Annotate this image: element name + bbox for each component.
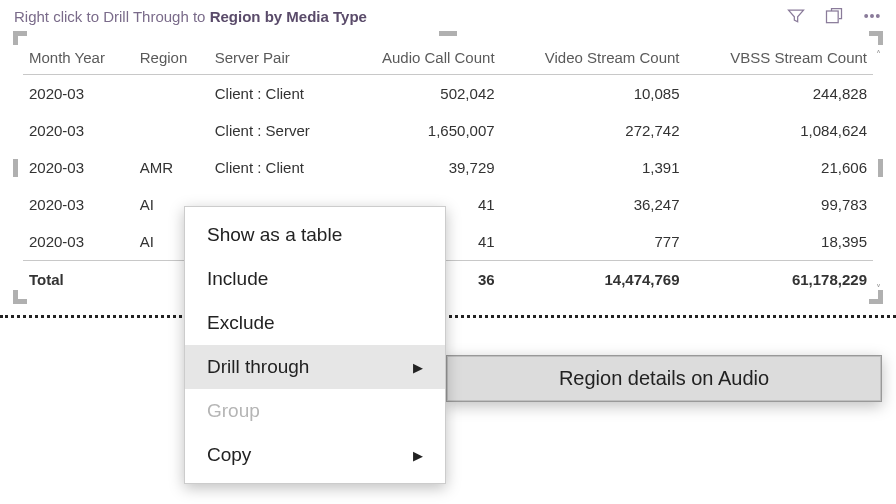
cell-vbss: 99,783 <box>686 186 873 223</box>
total-label: Total <box>23 261 134 299</box>
menu-drill-through[interactable]: Drill through ▶ <box>185 345 445 389</box>
focus-mode-icon[interactable] <box>824 6 844 26</box>
submenu-label: Region details on Audio <box>559 367 769 390</box>
cell-audio: 502,042 <box>344 75 501 113</box>
submenu-region-details-audio[interactable]: Region details on Audio <box>447 356 881 401</box>
menu-label: Drill through <box>207 356 309 378</box>
cell-month-year: 2020-03 <box>23 186 134 223</box>
cell-video: 10,085 <box>501 75 686 113</box>
visual-header: Right click to Drill Through to Region b… <box>0 0 896 30</box>
menu-label: Include <box>207 268 268 290</box>
table-row[interactable]: 2020-03 AMR Client : Client 39,729 1,391… <box>23 149 873 186</box>
cell-vbss: 1,084,624 <box>686 112 873 149</box>
total-vbss: 61,178,229 <box>686 261 873 299</box>
table-row[interactable]: 2020-03 Client : Client 502,042 10,085 2… <box>23 75 873 113</box>
menu-exclude[interactable]: Exclude <box>185 301 445 345</box>
col-video[interactable]: Video Stream Count <box>501 45 686 75</box>
cell-server-pair: Client : Client <box>209 149 344 186</box>
cell-video: 272,742 <box>501 112 686 149</box>
menu-label: Copy <box>207 444 251 466</box>
cell-region <box>134 75 209 113</box>
drill-through-submenu: Region details on Audio <box>446 355 882 402</box>
hint-target: Region by Media Type <box>210 8 367 25</box>
cell-month-year: 2020-03 <box>23 149 134 186</box>
chevron-right-icon: ▶ <box>413 360 423 375</box>
menu-label: Show as a table <box>207 224 342 246</box>
col-server-pair[interactable]: Server Pair <box>209 45 344 75</box>
data-table: Month Year Region Server Pair Audio Call… <box>23 45 873 298</box>
col-month-year[interactable]: Month Year <box>23 45 134 75</box>
svg-rect-0 <box>827 11 839 23</box>
col-vbss[interactable]: VBSS Stream Count <box>686 45 873 75</box>
table-row[interactable]: 2020-03 Client : Server 1,650,007 272,74… <box>23 112 873 149</box>
chevron-right-icon: ▶ <box>413 448 423 463</box>
table-scroll-region[interactable]: ˄ ˅ Month Year Region Server Pair Audio … <box>13 31 883 304</box>
table-row[interactable]: 2020-03 AI 41 36,247 99,783 <box>23 186 873 223</box>
menu-include[interactable]: Include <box>185 257 445 301</box>
cell-month-year: 2020-03 <box>23 75 134 113</box>
svg-point-3 <box>877 15 880 18</box>
cell-month-year: 2020-03 <box>23 223 134 261</box>
drillthrough-hint: Right click to Drill Through to Region b… <box>14 8 367 25</box>
cell-vbss: 244,828 <box>686 75 873 113</box>
more-options-icon[interactable] <box>862 6 882 26</box>
section-divider <box>0 315 896 318</box>
table-total-row[interactable]: Total 36 14,474,769 61,178,229 <box>23 261 873 299</box>
svg-point-1 <box>865 15 868 18</box>
cell-audio: 1,650,007 <box>344 112 501 149</box>
menu-copy[interactable]: Copy ▶ <box>185 433 445 477</box>
menu-label: Exclude <box>207 312 275 334</box>
menu-label: Group <box>207 400 260 422</box>
cell-month-year: 2020-03 <box>23 112 134 149</box>
col-audio[interactable]: Audio Call Count <box>344 45 501 75</box>
col-region[interactable]: Region <box>134 45 209 75</box>
cell-video: 36,247 <box>501 186 686 223</box>
table-header-row: Month Year Region Server Pair Audio Call… <box>23 45 873 75</box>
cell-server-pair: Client : Server <box>209 112 344 149</box>
cell-video: 777 <box>501 223 686 261</box>
cell-video: 1,391 <box>501 149 686 186</box>
context-menu: Show as a table Include Exclude Drill th… <box>184 206 446 484</box>
visual-header-icons <box>786 6 882 26</box>
table-visual[interactable]: ˄ ˅ Month Year Region Server Pair Audio … <box>12 30 884 305</box>
scroll-down-icon[interactable]: ˅ <box>876 283 881 294</box>
cell-region <box>134 112 209 149</box>
cell-vbss: 18,395 <box>686 223 873 261</box>
table-row[interactable]: 2020-03 AI 41 777 18,395 <box>23 223 873 261</box>
cell-server-pair: Client : Client <box>209 75 344 113</box>
cell-vbss: 21,606 <box>686 149 873 186</box>
total-video: 14,474,769 <box>501 261 686 299</box>
cell-audio: 39,729 <box>344 149 501 186</box>
hint-prefix: Right click to Drill Through to <box>14 8 210 25</box>
filter-icon[interactable] <box>786 6 806 26</box>
menu-show-as-table[interactable]: Show as a table <box>185 213 445 257</box>
menu-group: Group <box>185 389 445 433</box>
scroll-up-icon[interactable]: ˄ <box>876 49 881 60</box>
svg-point-2 <box>871 15 874 18</box>
cell-region: AMR <box>134 149 209 186</box>
